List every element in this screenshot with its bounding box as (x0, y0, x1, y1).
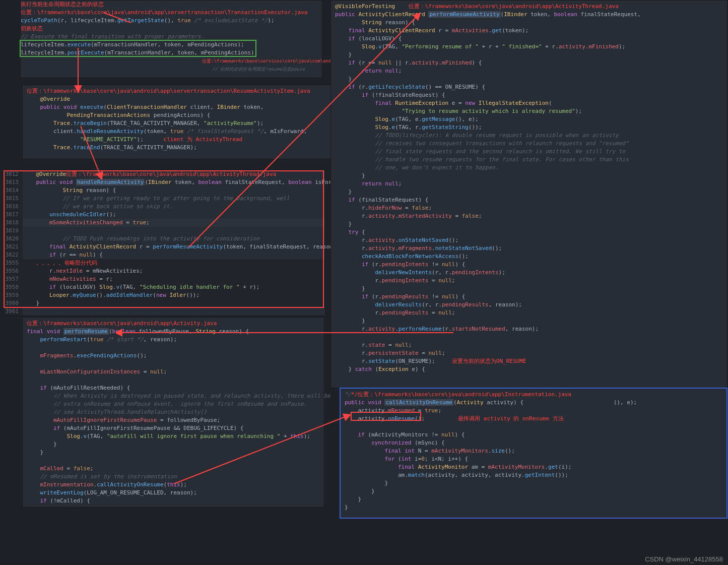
code-line: checkAndBlockForNetworkAccess(); (335, 253, 723, 261)
code-line: } (27, 441, 320, 449)
code-comment: // extra onResume and onPause event, ign… (27, 400, 320, 408)
code-line: final ActivityClientRecord r = mActiviti… (335, 27, 723, 35)
code-line: if (mActivityMonitors != null) { (345, 431, 722, 439)
code-line: } (27, 449, 320, 457)
code-line: final ActivityMonitor am = mActivityMoni… (345, 463, 722, 471)
hl-red-onresume (351, 412, 421, 421)
code-line: } (345, 479, 722, 487)
note-service-loc: 位置:\frameworks\base\services\core\java\c… (202, 58, 342, 64)
code-line: if (r == null || r.activity.mFinished) { (335, 59, 723, 67)
code-line: Slog.e(TAG, r.getStateString()); (335, 123, 723, 132)
code-line: cycleToPath(r, lifecycleItem.getTargetSt… (21, 17, 322, 25)
code-line: if (r.pendingResults != null) { (335, 293, 723, 301)
code-line: } (335, 317, 723, 325)
panel-resume-activity-item: 位置：\frameworks\base\core\java\android\ap… (22, 85, 375, 159)
code-line: am.match(activity, activity, activity.ge… (345, 471, 722, 479)
code-line: String reason) { (335, 19, 723, 27)
code-line: r.activity.performResume(r.startsNotResu… (335, 325, 723, 333)
code-line: for (int i=0; i<N; i++) { (345, 455, 722, 463)
code-line: r.activity.onStateNotSaved(); (335, 236, 723, 244)
loc-transaction-executor: 位置：\frameworks\base\core\java\android\ap… (21, 9, 307, 16)
code-line: r.state = null; (335, 341, 723, 349)
code-line: @Override (27, 95, 370, 103)
panel-perform-resume-activity: @VisibleForTesting 位置：\frameworks\base\c… (330, 0, 727, 388)
code-line: mFragments.execPendingActions(); (27, 352, 320, 360)
code-line: } catch (Exception e) { (335, 365, 723, 373)
code-line: Slog.v(TAG, "autofill will ignore first … (27, 432, 320, 441)
code-line: @VisibleForTesting 位置：\frameworks\base\c… (335, 3, 723, 11)
code-line: } (335, 188, 723, 196)
watermark: CSDN @weixin_44128558 (645, 555, 723, 563)
code-line: } (335, 172, 723, 180)
code-line: if (localLOGV) { (335, 35, 723, 43)
code-line: performRestart(true /* start */, reason)… (27, 336, 320, 344)
code-line: if (!finalStateRequest) { (335, 91, 723, 99)
code-line: if (mAutoFillIgnoreFirstResumePause && D… (27, 424, 320, 432)
code-line: r.hideForNow = false; (335, 204, 723, 212)
code-line: } (345, 504, 722, 512)
code-line: Trace.traceEnd(TRACE_TAG_ACTIVITY_MANAGE… (27, 144, 370, 152)
code-line: public void callActivityOnResume(Activit… (345, 399, 722, 407)
code-line: r.pendingResults = null; (335, 309, 723, 317)
code-comment: // mResumed is set by the instrumentatio… (27, 473, 320, 481)
code-line: try { (335, 228, 723, 236)
code-line: Trace.traceBegin(TRACE_TAG_ACTIVITY_MANA… (27, 119, 370, 128)
code-line: client.handleResumeActivity(token, true … (27, 128, 370, 136)
code-line: "Trying to resume activity which is alre… (335, 107, 723, 115)
code-line: public ActivityClientRecord performResum… (335, 11, 723, 19)
code-line: synchronized (mSync) { (345, 439, 722, 447)
code-line: } (335, 75, 723, 83)
code-line: r.activity.mStartedActivity = false; (335, 212, 723, 220)
panel-activity-thread-handle: 3812 @Override位置：\frameworks\base\core\j… (3, 170, 325, 316)
code-line: Slog.v(TAG, "Performing resume of " + r … (335, 43, 723, 51)
note-exec-prev: 执行当前生命周期状态之前的状态 (21, 1, 104, 8)
note-switch-state: 切换状态 (21, 25, 43, 32)
code-line: r.activity.mFragments.noteStateNotSaved(… (335, 244, 723, 253)
panel-instrumentation: */*/位置：\frameworks\base\core\java\androi… (340, 388, 727, 519)
code-line: r.persistentState = null; (335, 349, 723, 357)
code-line: mLastNonConfigurationInstances = null; (27, 368, 320, 376)
code-comment: // TODO(lifecycler): A double resume req… (335, 132, 723, 140)
code-line: } (345, 495, 722, 504)
code-line: if (!mCalled) { (27, 497, 320, 505)
loc-activity: 位置：\frameworks\base\core\java\android\ap… (27, 320, 217, 327)
code-line: mAutoFillIgnoreFirstResumePause = follow… (27, 416, 320, 424)
code-comment: // final state requests and the second r… (335, 148, 723, 156)
code-line: if (r.getLifecycleState() == ON_RESUME) … (335, 83, 723, 91)
code-line: r.setState(ON_RESUME); 设置当前的状态为ON_RESUME (335, 357, 723, 365)
code-comment: // handle two resume requests for the fi… (335, 156, 723, 164)
panel-transaction-executor: 执行当前生命周期状态之前的状态 位置：\frameworks\base\core… (20, 0, 322, 78)
code-line: } (335, 220, 723, 228)
code-line: mCalled = false; (27, 465, 320, 473)
code-line: } (335, 51, 723, 59)
code-line: writeEventLog(LOG_AM_ON_RESUME_CALLED, r… (27, 489, 320, 497)
hl-red-handle-resume (4, 170, 324, 308)
panel-activity-perform-resume: 位置：\frameworks\base\core\java\android\ap… (22, 317, 324, 508)
code-line: "RESUME_ACTIVITY"); client 为 ActivityThr… (27, 136, 370, 144)
code-comment: // When Activity is destroyed in paused … (27, 392, 320, 400)
code-line: return null; (335, 67, 723, 75)
code-line: final void performResume(boolean followe… (27, 328, 320, 336)
code-comment: // see ActivityThread.handleRelaunchActi… (27, 408, 320, 416)
code-line: public void execute(ClientTransactionHan… (27, 103, 370, 111)
code-line: } (345, 487, 722, 495)
hl-green-execute (20, 40, 256, 57)
loc-resume-activity-item: 位置：\frameworks\base\core\java\android\ap… (27, 88, 310, 94)
code-line: return null; (335, 180, 723, 188)
code-line: final RuntimeException e = new IllegalSt… (335, 99, 723, 107)
code-line: deliverNewIntents(r, r.pendingIntents); (335, 269, 723, 277)
code-line: mInstrumentation.callActivityOnResume(th… (27, 481, 320, 489)
code-line: } (335, 285, 723, 293)
code-line: r.pendingIntents = null; (335, 277, 723, 285)
loc-instrumentation: */位置：\frameworks\base\core\java\android\… (351, 391, 571, 398)
code-line: if (finalStateRequest) { (335, 196, 723, 204)
code-line: if (mAutoFillResetNeeded) { (27, 384, 320, 392)
code-line: deliverResults(r, r.pendingResults, reas… (335, 301, 723, 309)
code-line: if (r.pendingIntents != null) { (335, 261, 723, 269)
code-line: Slog.e(TAG, e.getMessage(), e); (335, 115, 723, 123)
note-pause: // 此时此处的生命周期是resume还是pause (21, 65, 322, 73)
code-comment: // one, we don't expect it to happen. (335, 164, 723, 172)
code-comment: // receives two consequent transactions … (335, 140, 723, 148)
code-line: PendingTransactionActions pendingActions… (27, 111, 370, 119)
code-line: final int N = mActivityMonitors.size(); (345, 447, 722, 455)
